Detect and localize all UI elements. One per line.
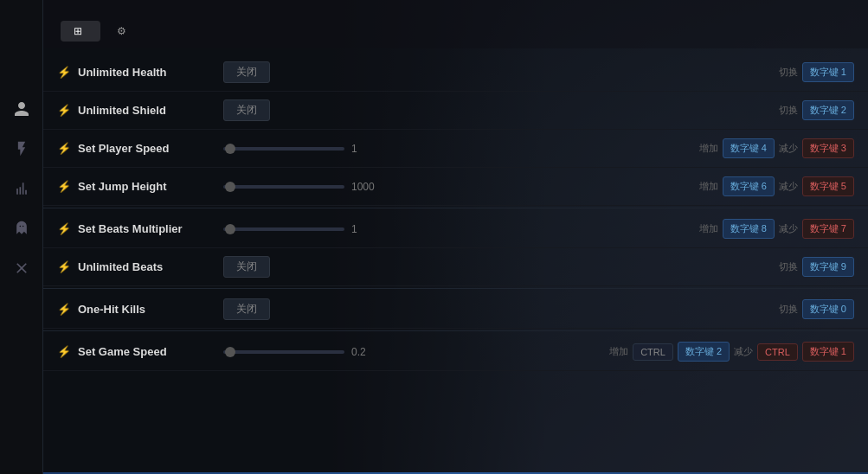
keybind-area-set-game-speed: 增加CTRL数字键 2减少CTRL数字键 1 [609,342,854,362]
keybind-area-unlimited-shield: 切换数字键 2 [779,100,854,120]
keybind-area-unlimited-beats: 切换数字键 9 [779,257,854,277]
sidebar-icon-ghost[interactable] [8,215,35,242]
kb-label-set-jump-height-2: 减少 [779,180,798,193]
keybind-area-set-jump-height: 增加数字键 6减少数字键 5 [699,176,854,196]
kb-label-set-player-speed-0: 增加 [699,142,718,155]
keybind-area-one-hit-kills: 切换数字键 0 [779,299,854,319]
cheat-control-set-player-speed: 1 [223,143,692,155]
slider-thumb-set-beats-multiplier[interactable] [225,224,235,234]
slider-thumb-set-player-speed[interactable] [225,144,235,154]
section-divider [43,288,868,289]
cheat-control-unlimited-beats: 关闭 [223,256,772,278]
slider-container-set-game-speed: 0.2 [223,346,386,358]
kb-btn-set-player-speed-3[interactable]: 数字键 3 [802,138,854,158]
lightning-icon: ⚡ [57,303,71,316]
cheat-row-unlimited-health: ⚡Unlimited Health关闭切换数字键 1 [43,54,868,92]
slider-thumb-set-game-speed[interactable] [225,347,235,357]
tab-steam[interactable]: ⚙ [104,21,144,42]
cheat-row-one-hit-kills: ⚡One-Hit Kills关闭切换数字键 0 [43,291,868,329]
toggle-btn-unlimited-beats[interactable]: 关闭 [223,256,270,278]
lightning-icon: ⚡ [57,142,71,155]
kb-label-set-beats-multiplier-2: 减少 [779,222,798,235]
toggle-btn-one-hit-kills[interactable]: 关闭 [223,298,270,320]
kb-btn-unlimited-beats-1[interactable]: 数字键 9 [802,257,854,277]
header: ⊞ ⚙ [43,0,868,48]
content-area: ⊞ ⚙ ⚡Unlimited Health关闭切换数字键 1⚡Unlimited… [43,0,868,474]
kb-btn-unlimited-health-1[interactable]: 数字键 1 [802,62,854,82]
kb-btn-set-player-speed-1[interactable]: 数字键 4 [723,138,775,158]
kb-label-unlimited-health-0: 切换 [779,66,798,79]
keybind-area-unlimited-health: 切换数字键 1 [779,62,854,82]
cheat-name-set-game-speed: Set Game Speed [78,345,216,358]
slider-track-set-game-speed[interactable] [223,350,344,354]
steam-icon: ⚙ [114,24,128,38]
cheat-name-set-player-speed: Set Player Speed [78,142,216,155]
slider-container-set-beats-multiplier: 1 [223,223,386,235]
lightning-icon: ⚡ [57,66,71,79]
keybind-area-set-beats-multiplier: 增加数字键 8减少数字键 7 [699,219,854,239]
kb-label-unlimited-beats-0: 切换 [779,260,798,273]
sidebar [0,0,43,474]
cheat-control-unlimited-health: 关闭 [223,61,772,83]
kb-btn-set-game-speed-5[interactable]: 数字键 1 [802,342,854,362]
sidebar-icon-cheats[interactable] [8,135,35,163]
kb-btn-set-beats-multiplier-1[interactable]: 数字键 8 [723,219,775,239]
slider-track-set-jump-height[interactable] [223,185,344,189]
slider-container-set-jump-height: 1000 [223,181,386,193]
cheat-name-unlimited-health: Unlimited Health [78,66,216,79]
kb-btn-unlimited-shield-1[interactable]: 数字键 2 [802,100,854,120]
lightning-icon: ⚡ [57,180,71,193]
cheat-control-set-jump-height: 1000 [223,181,692,193]
kb-label-set-jump-height-0: 增加 [699,180,718,193]
kb-btn-set-beats-multiplier-3[interactable]: 数字键 7 [802,219,854,239]
section-divider [43,208,868,208]
slider-track-set-player-speed[interactable] [223,147,344,151]
cheat-name-set-jump-height: Set Jump Height [78,180,216,193]
cheat-row-unlimited-beats: ⚡Unlimited Beats关闭切换数字键 9 [43,248,868,286]
cheat-control-one-hit-kills: 关闭 [223,298,772,320]
cheat-list: ⚡Unlimited Health关闭切换数字键 1⚡Unlimited Shi… [43,48,868,472]
tab-xbox[interactable]: ⊞ [61,21,100,42]
cheat-name-one-hit-kills: One-Hit Kills [78,303,216,316]
cheat-row-set-player-speed: ⚡Set Player Speed1增加数字键 4减少数字键 3 [43,130,868,168]
sidebar-icon-stats[interactable] [8,175,35,202]
slider-container-set-player-speed: 1 [223,143,386,155]
sidebar-icon-close[interactable] [8,254,35,282]
kb-label-set-game-speed-3: 减少 [734,345,753,358]
kb-label-set-beats-multiplier-0: 增加 [699,222,718,235]
kb-btn-set-game-speed-4[interactable]: CTRL [757,343,798,361]
sidebar-icon-profile[interactable] [8,95,35,123]
kb-btn-set-game-speed-2[interactable]: 数字键 2 [678,342,730,362]
kb-btn-set-jump-height-3[interactable]: 数字键 5 [802,176,854,196]
cheat-name-unlimited-shield: Unlimited Shield [78,104,216,117]
kb-btn-set-game-speed-1[interactable]: CTRL [633,343,673,361]
slider-track-set-beats-multiplier[interactable] [223,227,344,231]
toggle-btn-unlimited-shield[interactable]: 关闭 [223,99,270,121]
toggle-btn-unlimited-health[interactable]: 关闭 [223,61,270,83]
cheat-control-unlimited-shield: 关闭 [223,99,772,121]
kb-label-one-hit-kills-0: 切换 [779,303,798,316]
cheat-control-set-beats-multiplier: 1 [223,223,692,235]
kb-label-unlimited-shield-0: 切换 [779,104,798,117]
keybind-area-set-player-speed: 增加数字键 4减少数字键 3 [699,138,854,158]
slider-value-set-game-speed: 0.2 [351,346,386,358]
cheat-control-set-game-speed: 0.2 [223,346,602,358]
cheat-row-set-game-speed: ⚡Set Game Speed0.2增加CTRL数字键 2减少CTRL数字键 1 [43,333,868,371]
slider-value-set-player-speed: 1 [351,143,386,155]
kb-btn-set-jump-height-1[interactable]: 数字键 6 [723,176,775,196]
lightning-icon: ⚡ [57,260,71,273]
cheat-name-set-beats-multiplier: Set Beats Multiplier [78,222,216,235]
kb-btn-one-hit-kills-1[interactable]: 数字键 0 [802,299,854,319]
platform-tabs: ⊞ ⚙ [61,21,851,42]
cheat-row-set-jump-height: ⚡Set Jump Height1000增加数字键 6减少数字键 5 [43,168,868,206]
section-divider [43,330,868,331]
cheat-name-unlimited-beats: Unlimited Beats [78,260,216,273]
slider-thumb-set-jump-height[interactable] [225,182,235,192]
lightning-icon: ⚡ [57,222,71,235]
slider-value-set-jump-height: 1000 [351,181,386,193]
kb-label-set-game-speed-0: 增加 [609,345,628,358]
slider-value-set-beats-multiplier: 1 [351,223,386,235]
cheat-row-set-beats-multiplier: ⚡Set Beats Multiplier1增加数字键 8减少数字键 7 [43,210,868,248]
xbox-icon: ⊞ [71,24,85,38]
kb-label-set-player-speed-2: 减少 [779,142,798,155]
